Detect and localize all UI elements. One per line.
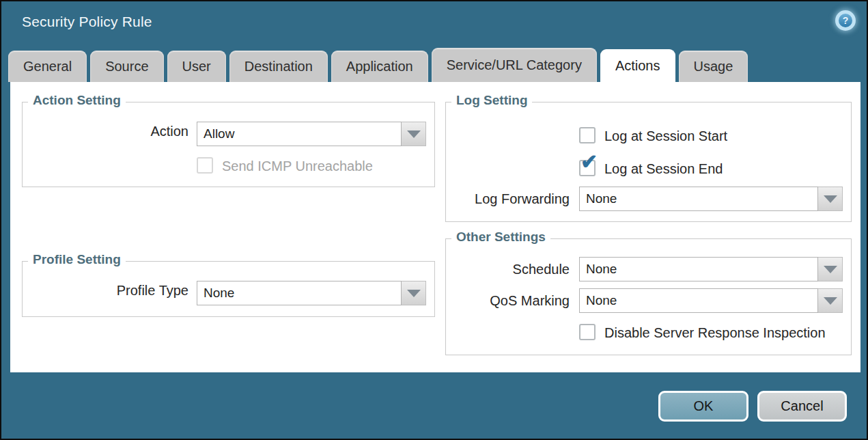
profile-type-label: Profile Type bbox=[117, 283, 188, 299]
chevron-down-icon bbox=[824, 297, 837, 305]
qos-marking-dropdown: None bbox=[579, 288, 843, 313]
send-icmp-unreachable-label: Send ICMP Unreachable bbox=[222, 159, 373, 174]
tab-source[interactable]: Source bbox=[90, 51, 163, 82]
tab-general[interactable]: General bbox=[8, 51, 87, 82]
profile-type-dropdown-value[interactable]: None bbox=[197, 281, 402, 305]
disable-server-response-inspection-label[interactable]: Disable Server Response Inspection bbox=[604, 325, 826, 341]
profile-type-dropdown: None bbox=[197, 281, 426, 305]
tab-user[interactable]: User bbox=[167, 51, 226, 82]
dialog-title: Security Policy Rule bbox=[22, 14, 152, 30]
chevron-down-icon bbox=[407, 130, 421, 138]
profile-setting-group: Profile Setting Profile Type None bbox=[22, 261, 435, 317]
tab-bar: General Source User Destination Applicat… bbox=[8, 48, 748, 82]
schedule-dropdown: None bbox=[579, 257, 843, 281]
ok-button[interactable]: OK bbox=[658, 391, 748, 422]
action-label: Action bbox=[150, 124, 188, 139]
action-setting-legend: Action Setting bbox=[28, 93, 126, 108]
tab-service-url-category[interactable]: Service/URL Category bbox=[432, 48, 597, 82]
cancel-button[interactable]: Cancel bbox=[757, 391, 847, 422]
qos-marking-label: QoS Marking bbox=[490, 293, 570, 309]
schedule-dropdown-value[interactable]: None bbox=[579, 257, 818, 281]
chevron-down-icon bbox=[824, 266, 837, 273]
help-button[interactable]: ? bbox=[835, 10, 856, 31]
action-dropdown-button[interactable] bbox=[402, 122, 426, 146]
log-forwarding-dropdown-button[interactable] bbox=[818, 187, 843, 211]
security-policy-rule-dialog: Security Policy Rule ? General Source Us… bbox=[0, 0, 868, 440]
log-setting-group: Log Setting Log at Session Start ✔ Log a… bbox=[445, 102, 852, 222]
send-icmp-unreachable-checkbox bbox=[197, 157, 213, 174]
other-settings-group: Other Settings Schedule None QoS Marking… bbox=[445, 238, 852, 355]
tab-actions[interactable]: Actions bbox=[600, 49, 675, 82]
action-dropdown: Allow bbox=[197, 122, 426, 146]
log-forwarding-label: Log Forwarding bbox=[475, 191, 570, 207]
log-forwarding-dropdown: None bbox=[579, 187, 843, 211]
other-settings-legend: Other Settings bbox=[451, 230, 550, 245]
chevron-down-icon bbox=[824, 195, 837, 203]
log-at-session-start-label[interactable]: Log at Session Start bbox=[604, 128, 727, 144]
tab-usage[interactable]: Usage bbox=[679, 51, 748, 82]
chevron-down-icon bbox=[407, 290, 421, 297]
disable-server-response-inspection-checkbox[interactable] bbox=[579, 324, 596, 340]
action-setting-group: Action Setting Action Allow Send ICMP Un… bbox=[22, 102, 435, 187]
qos-marking-dropdown-button[interactable] bbox=[818, 288, 843, 313]
log-forwarding-dropdown-value[interactable]: None bbox=[579, 187, 818, 211]
log-at-session-start-checkbox[interactable] bbox=[579, 127, 596, 143]
profile-setting-legend: Profile Setting bbox=[28, 252, 126, 267]
schedule-dropdown-button[interactable] bbox=[818, 257, 843, 281]
actions-tab-panel: Action Setting Action Allow Send ICMP Un… bbox=[10, 82, 860, 372]
log-setting-legend: Log Setting bbox=[451, 93, 532, 108]
help-icon: ? bbox=[839, 14, 852, 27]
action-dropdown-value[interactable]: Allow bbox=[197, 122, 402, 146]
log-at-session-end-checkbox[interactable]: ✔ bbox=[579, 160, 596, 176]
schedule-label: Schedule bbox=[513, 262, 570, 277]
profile-type-dropdown-button[interactable] bbox=[402, 281, 426, 305]
checkmark-icon: ✔ bbox=[580, 152, 598, 172]
tab-application[interactable]: Application bbox=[331, 51, 428, 82]
tab-destination[interactable]: Destination bbox=[229, 51, 328, 82]
log-at-session-end-label[interactable]: Log at Session End bbox=[604, 161, 723, 177]
qos-marking-dropdown-value[interactable]: None bbox=[579, 288, 818, 313]
